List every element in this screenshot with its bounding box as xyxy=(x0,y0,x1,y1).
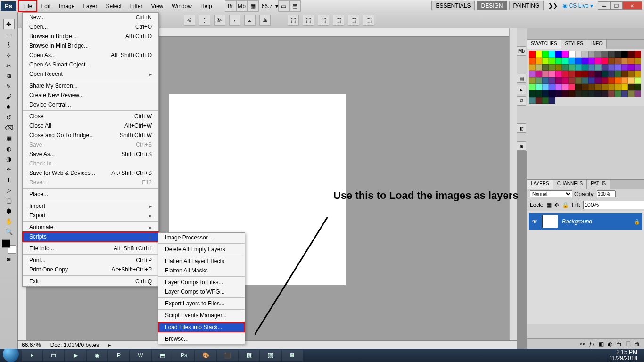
swatch[interactable] xyxy=(582,51,588,58)
menu-view[interactable]: View xyxy=(147,1,167,11)
swatch[interactable] xyxy=(569,64,575,71)
swatch[interactable] xyxy=(621,84,628,90)
swatch[interactable] xyxy=(542,71,549,77)
swatch[interactable] xyxy=(536,90,542,97)
lock-pixels-icon[interactable]: ▦ xyxy=(546,202,552,208)
healing-tool-icon[interactable]: ✎ xyxy=(3,81,15,91)
blur-tool-icon[interactable]: ◐ xyxy=(3,143,15,154)
swatch[interactable] xyxy=(536,58,542,64)
eraser-tool-icon[interactable]: ⌫ xyxy=(3,123,15,133)
taskbar-media-icon[interactable]: ▶ xyxy=(65,350,86,361)
swatch[interactable] xyxy=(569,71,575,77)
swatch[interactable] xyxy=(536,51,542,58)
visibility-icon[interactable]: 👁 xyxy=(531,218,538,225)
swatch[interactable] xyxy=(575,64,582,71)
arrange-icon[interactable]: ▦ xyxy=(248,0,259,12)
swatch[interactable] xyxy=(608,84,615,90)
swatch[interactable] xyxy=(635,58,641,64)
swatch[interactable] xyxy=(575,77,582,84)
swatch[interactable] xyxy=(615,51,621,58)
swatch[interactable] xyxy=(555,90,562,97)
swatch[interactable] xyxy=(549,90,555,97)
swatch[interactable] xyxy=(608,64,615,71)
swatch[interactable] xyxy=(562,71,569,77)
swatch[interactable] xyxy=(562,77,569,84)
swatch[interactable] xyxy=(628,58,635,64)
opacity-input[interactable] xyxy=(597,190,616,197)
swatch[interactable] xyxy=(562,90,569,97)
swatch[interactable] xyxy=(628,51,635,58)
lasso-tool-icon[interactable]: ⟆ xyxy=(3,40,15,50)
swatch[interactable] xyxy=(635,71,641,77)
new-layer-icon[interactable]: ❐ xyxy=(626,341,631,347)
link-layers-icon[interactable]: ⚯ xyxy=(580,341,585,347)
swatch[interactable] xyxy=(542,90,549,97)
swatch[interactable] xyxy=(602,64,608,71)
align-center-h-icon[interactable]: ⫿ xyxy=(199,15,210,26)
swatch[interactable] xyxy=(549,97,555,104)
swatch[interactable] xyxy=(588,51,595,58)
marquee-tool-icon[interactable]: ▭ xyxy=(3,29,15,40)
swatch[interactable] xyxy=(569,51,575,58)
taskbar-explorer-icon[interactable]: 🗀 xyxy=(43,350,64,361)
adjustments-panel-icon[interactable]: ◙ xyxy=(517,141,526,151)
status-zoom[interactable]: 66.67% xyxy=(22,342,41,348)
system-tray[interactable]: 2:15 PM11/29/2018 xyxy=(609,349,641,362)
file-menu-open---[interactable]: Open...Ctrl+O xyxy=(23,22,158,32)
swatch[interactable] xyxy=(602,71,608,77)
swatch[interactable] xyxy=(575,71,582,77)
file-menu-exit[interactable]: ExitCtrl+Q xyxy=(23,277,158,286)
scripts-export-layers-to-files---[interactable]: Export Layers to Files... xyxy=(158,299,245,308)
scripts-layer-comps-to-files---[interactable]: Layer Comps to Files... xyxy=(158,278,245,287)
brushpresets-panel-icon[interactable]: ▶ xyxy=(517,85,526,94)
swatch[interactable] xyxy=(635,90,641,97)
menu-filter[interactable]: Filter xyxy=(126,1,147,11)
status-doc[interactable]: Doc: 1.03M/0 bytes xyxy=(50,342,99,348)
swatch[interactable] xyxy=(536,77,542,84)
scripts-browse---[interactable]: Browse... xyxy=(158,334,245,344)
swatch[interactable] xyxy=(635,51,641,58)
swatch[interactable] xyxy=(582,71,588,77)
swatch[interactable] xyxy=(621,51,628,58)
swatch[interactable] xyxy=(602,90,608,97)
swatch[interactable] xyxy=(549,51,555,58)
swatch[interactable] xyxy=(615,90,621,97)
taskbar-paint-icon[interactable]: 🎨 xyxy=(195,350,216,361)
swatch[interactable] xyxy=(621,58,628,64)
swatch[interactable] xyxy=(562,58,569,64)
menu-layer[interactable]: Layer xyxy=(79,1,101,11)
clone-panel-icon[interactable]: ⧉ xyxy=(517,96,526,106)
file-menu-browse-in-mini-bridge---[interactable]: Browse in Mini Bridge... xyxy=(23,41,158,50)
swatch[interactable] xyxy=(595,51,602,58)
fill-input[interactable] xyxy=(583,201,644,209)
extras-icon[interactable]: ▤ xyxy=(289,0,301,12)
lock-all-icon[interactable]: 🔒 xyxy=(562,202,569,208)
taskbar-powerpoint-icon[interactable]: P xyxy=(108,350,129,361)
swatch[interactable] xyxy=(529,64,536,71)
swatch[interactable] xyxy=(575,84,582,90)
file-menu-automate[interactable]: Automate xyxy=(23,222,158,232)
swatch[interactable] xyxy=(582,58,588,64)
swatch[interactable] xyxy=(582,90,588,97)
menu-image[interactable]: Image xyxy=(55,1,79,11)
tab-swatches[interactable]: SWATCHES xyxy=(527,40,561,49)
swatch[interactable] xyxy=(555,58,562,64)
taskbar-photoshop-icon[interactable]: Ps xyxy=(173,350,194,361)
swatch[interactable] xyxy=(582,77,588,84)
swatch[interactable] xyxy=(602,58,608,64)
swatch[interactable] xyxy=(542,51,549,58)
swatch[interactable] xyxy=(621,77,628,84)
menu-help[interactable]: Help xyxy=(196,1,216,11)
swatch[interactable] xyxy=(569,77,575,84)
stamp-tool-icon[interactable]: ⧯ xyxy=(3,102,15,112)
distribute-icon[interactable]: ⬚ xyxy=(363,15,374,26)
swatch[interactable] xyxy=(608,51,615,58)
swatch[interactable] xyxy=(588,90,595,97)
swatch[interactable] xyxy=(569,84,575,90)
swatch[interactable] xyxy=(608,77,615,84)
eyedropper-tool-icon[interactable]: ⧉ xyxy=(3,71,15,81)
swatch[interactable] xyxy=(569,90,575,97)
swatch[interactable] xyxy=(542,77,549,84)
swatch[interactable] xyxy=(562,51,569,58)
align-center-v-icon[interactable]: ⫠ xyxy=(244,15,256,26)
